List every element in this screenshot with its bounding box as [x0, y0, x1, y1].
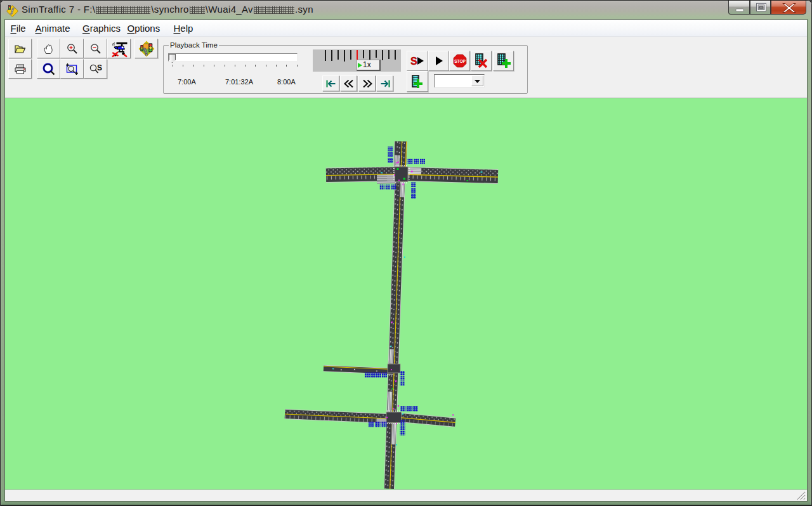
svg-text:S: S	[97, 63, 102, 72]
svg-text:S: S	[410, 56, 417, 66]
svg-text:STOP: STOP	[454, 59, 466, 63]
